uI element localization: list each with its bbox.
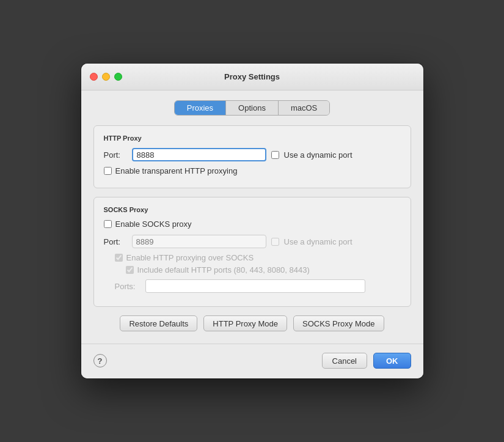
socks-port-row: Port: Use a dynamic port (104, 235, 401, 248)
tab-group: Proxies Options macOS (174, 100, 331, 116)
socks-ports-row: Ports: (115, 279, 401, 293)
restore-defaults-button[interactable]: Restore Defaults (120, 315, 197, 331)
socks-options: Enable HTTP proxying over SOCKS Include … (104, 253, 401, 293)
socks-sub-options: Include default HTTP ports (80, 443, 808… (115, 265, 401, 274)
http-port-label: Port: (104, 150, 127, 160)
maximize-button[interactable] (114, 73, 122, 81)
tab-macos[interactable]: macOS (279, 101, 329, 115)
enable-socks-row: Enable SOCKS proxy (104, 219, 401, 229)
help-button[interactable]: ? (93, 354, 107, 367)
http-over-socks-row: Enable HTTP proxying over SOCKS (115, 253, 401, 262)
enable-socks-label[interactable]: Enable SOCKS proxy (115, 219, 192, 229)
titlebar: Proxy Settings (81, 64, 423, 90)
http-port-input[interactable] (132, 148, 266, 161)
ok-button[interactable]: OK (373, 353, 411, 369)
http-proxy-title: HTTP Proxy (104, 134, 401, 142)
http-port-row: Port: Use a dynamic port (104, 148, 401, 161)
socks-proxy-title: SOCKS Proxy (104, 206, 401, 213)
dynamic-port-checkbox[interactable] (271, 151, 279, 159)
footer: ? Cancel OK (81, 344, 423, 378)
include-default-ports-row: Include default HTTP ports (80, 443, 808… (126, 265, 401, 274)
http-over-socks-checkbox[interactable] (115, 254, 123, 262)
main-content: Proxies Options macOS HTTP Proxy Port: U… (81, 90, 423, 344)
action-buttons: Restore Defaults HTTP Proxy Mode SOCKS P… (93, 315, 411, 331)
socks-ports-input[interactable] (145, 279, 365, 293)
cancel-button[interactable]: Cancel (322, 353, 367, 369)
window-title: Proxy Settings (224, 72, 280, 81)
http-proxy-panel: HTTP Proxy Port: Use a dynamic port Enab… (93, 125, 411, 188)
tab-proxies[interactable]: Proxies (175, 101, 226, 115)
tab-options[interactable]: Options (226, 101, 279, 115)
transparent-proxy-label[interactable]: Enable transparent HTTP proxying (115, 166, 238, 175)
include-default-ports-label[interactable]: Include default HTTP ports (80, 443, 808… (137, 265, 310, 274)
traffic-lights (90, 73, 122, 81)
http-proxy-mode-button[interactable]: HTTP Proxy Mode (203, 315, 287, 331)
footer-actions: Cancel OK (322, 353, 411, 369)
enable-socks-checkbox[interactable] (104, 220, 112, 228)
close-button[interactable] (90, 73, 98, 81)
include-default-ports-checkbox[interactable] (126, 266, 134, 274)
socks-ports-label: Ports: (115, 282, 141, 291)
http-over-socks-label[interactable]: Enable HTTP proxying over SOCKS (126, 253, 254, 262)
socks-proxy-panel: SOCKS Proxy Enable SOCKS proxy Port: Use… (93, 197, 411, 307)
socks-dynamic-port-label: Use a dynamic port (284, 237, 352, 246)
socks-port-label: Port: (104, 237, 127, 246)
tab-bar: Proxies Options macOS (93, 100, 411, 116)
transparent-proxy-checkbox[interactable] (104, 167, 112, 175)
socks-proxy-mode-button[interactable]: SOCKS Proxy Mode (293, 315, 384, 331)
minimize-button[interactable] (102, 73, 110, 81)
dynamic-port-label: Use a dynamic port (284, 150, 352, 160)
proxy-settings-window: Proxy Settings Proxies Options macOS HTT… (81, 64, 423, 378)
transparent-proxy-row: Enable transparent HTTP proxying (104, 166, 401, 175)
socks-dynamic-port-checkbox[interactable] (271, 238, 279, 246)
socks-port-input[interactable] (132, 235, 266, 248)
